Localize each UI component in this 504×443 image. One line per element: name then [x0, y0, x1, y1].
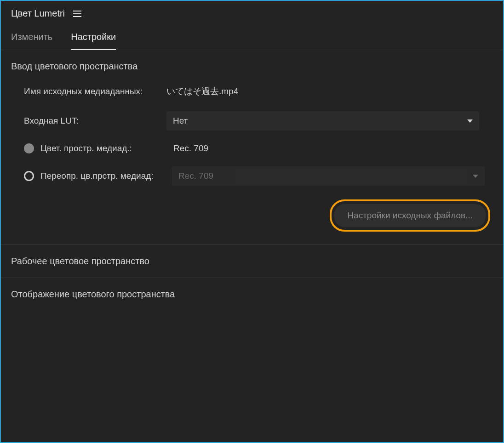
display-color-space-section[interactable]: Отображение цветового пространства	[1, 278, 503, 311]
chevron-down-icon	[467, 119, 473, 123]
input-lut-value: Нет	[173, 116, 188, 126]
override-media-color-space-row: Переопр. цв.прстр. медиад: Rec. 709	[11, 166, 493, 186]
input-lut-row: Входная LUT: Нет	[11, 111, 493, 131]
override-media-color-space-value: Rec. 709	[178, 171, 213, 181]
radio-media-color-space[interactable]	[24, 143, 34, 153]
override-media-color-space-label: Переопр. цв.прстр. медиад:	[40, 171, 166, 181]
input-color-space-title: Ввод цветового пространства	[11, 61, 493, 72]
working-color-space-section[interactable]: Рабочее цветовое пространство	[1, 245, 503, 278]
media-color-space-label: Цвет. простр. медиад.:	[40, 143, 167, 153]
override-media-color-space-dropdown[interactable]: Rec. 709	[172, 166, 485, 186]
input-lut-dropdown[interactable]: Нет	[166, 111, 479, 131]
source-media-name-row: Имя исходных медиаданных: いてはそ過去.mp4	[11, 85, 493, 97]
tabs-row: Изменить Настройки	[1, 26, 503, 50]
working-color-space-title: Рабочее цветовое пространство	[11, 256, 493, 267]
media-color-space-value: Rec. 709	[173, 143, 208, 153]
panel-title: Цвет Lumetri	[11, 8, 65, 19]
radio-override-media-color-space[interactable]	[24, 171, 34, 181]
panel-header: Цвет Lumetri	[1, 1, 503, 26]
input-lut-label: Входная LUT:	[24, 116, 166, 126]
button-row: Настройки исходных файлов...	[11, 199, 493, 232]
highlight-annotation: Настройки исходных файлов...	[330, 199, 490, 232]
media-color-space-row: Цвет. простр. медиад.: Rec. 709	[11, 143, 493, 153]
source-media-name-value: いてはそ過去.mp4	[166, 85, 238, 97]
chevron-down-icon	[473, 175, 478, 178]
lumetri-color-panel: Цвет Lumetri Изменить Настройки Ввод цве…	[1, 1, 503, 442]
tab-settings[interactable]: Настройки	[71, 26, 116, 50]
menu-icon[interactable]	[72, 10, 82, 18]
source-settings-button[interactable]: Настройки исходных файлов...	[334, 204, 486, 227]
tab-edit[interactable]: Изменить	[11, 26, 52, 50]
display-color-space-title: Отображение цветового пространства	[11, 289, 493, 300]
input-color-space-section: Ввод цветового пространства Имя исходных…	[1, 50, 503, 245]
source-media-name-label: Имя исходных медиаданных:	[24, 86, 166, 97]
